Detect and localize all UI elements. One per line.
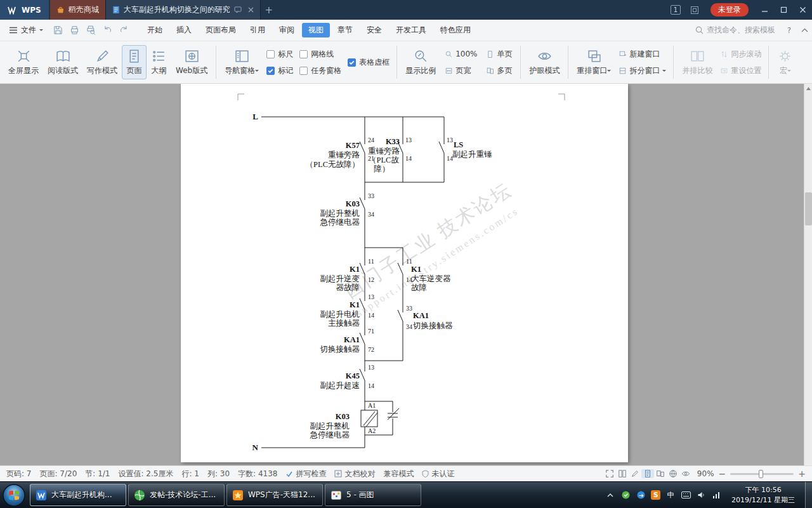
ime-language-indicator[interactable]: 中 bbox=[665, 490, 676, 500]
certification-status[interactable]: 未认证 bbox=[422, 469, 454, 479]
status-page-count[interactable]: 页面: 7/20 bbox=[40, 469, 77, 479]
k1b-label-2: 故障 bbox=[411, 283, 427, 292]
start-button[interactable] bbox=[2, 483, 26, 507]
checkbox-marks[interactable]: 标记 bbox=[266, 65, 293, 76]
multi-page-button[interactable]: 多页 bbox=[486, 65, 512, 76]
message-count-button[interactable]: 1 bbox=[666, 0, 685, 20]
print-preview-button[interactable] bbox=[82, 23, 99, 38]
taskbar-button-wps-promo[interactable]: WPS广告-天猫12... bbox=[226, 484, 323, 506]
fit-page-button[interactable] bbox=[603, 469, 616, 478]
checkbox-ruler[interactable]: 标尺 bbox=[266, 49, 293, 60]
web-mode-button[interactable] bbox=[667, 469, 679, 478]
eye-icon bbox=[537, 48, 553, 64]
ink-pen-button[interactable] bbox=[629, 469, 641, 478]
separator bbox=[396, 46, 397, 79]
titlebar-drag-area bbox=[277, 0, 666, 20]
tab-view[interactable]: 视图 bbox=[302, 23, 330, 37]
new-window-button[interactable]: 新建窗口 bbox=[619, 49, 666, 60]
checkbox-gridlines[interactable]: 网格线 bbox=[299, 49, 341, 60]
file-menu[interactable]: 文件 bbox=[0, 25, 49, 36]
compat-mode-label[interactable]: 兼容模式 bbox=[383, 469, 414, 479]
k33-pin-top: 13 bbox=[405, 137, 412, 144]
maximize-button[interactable] bbox=[774, 0, 793, 20]
tray-expand-icon[interactable] bbox=[605, 490, 615, 500]
nav-pane-button[interactable]: 导航窗格 bbox=[220, 45, 263, 79]
document-page[interactable]: 西门子工业 技术论坛 support.industry.siemens.com/… bbox=[181, 84, 628, 462]
network-icon[interactable] bbox=[711, 490, 721, 500]
columns-button[interactable] bbox=[616, 469, 629, 478]
tab-store[interactable]: 稻壳商城 bbox=[50, 0, 105, 20]
taskbar-button-paint[interactable]: 5 - 画图 bbox=[325, 484, 421, 506]
tab-security[interactable]: 安全 bbox=[360, 23, 388, 37]
taskbar-clock[interactable]: 下午 10:56 2019/12/11 星期三 bbox=[731, 485, 795, 505]
rearrange-windows-button[interactable]: 重排窗口 bbox=[572, 45, 615, 79]
proofread-button[interactable]: 文档校对 bbox=[334, 469, 375, 479]
tab-home[interactable]: 开始 bbox=[141, 23, 169, 37]
tab-insert[interactable]: 插入 bbox=[170, 23, 198, 37]
taskbar-button-browser[interactable]: 发帖-技术论坛-工... bbox=[128, 484, 225, 506]
page-view-button[interactable]: 页面 bbox=[122, 45, 147, 79]
split-window-icon bbox=[619, 67, 627, 75]
save-icon bbox=[53, 25, 63, 36]
checkbox-task-pane[interactable]: 任务窗格 bbox=[299, 65, 341, 76]
reading-layout-button[interactable]: 阅读版式 bbox=[43, 45, 82, 79]
eye-protection-button[interactable]: 护眼模式 bbox=[525, 45, 564, 79]
spell-check-button[interactable]: 拼写检查 bbox=[285, 469, 326, 479]
page-mode-button[interactable] bbox=[641, 469, 654, 478]
zoom-level[interactable]: 90% bbox=[697, 469, 714, 478]
zoom-scale-button[interactable]: 显示比例 bbox=[401, 45, 440, 79]
volume-icon[interactable] bbox=[696, 490, 706, 500]
command-search[interactable]: 查找命令、搜索模板 bbox=[695, 25, 775, 36]
tab-section[interactable]: 章节 bbox=[331, 23, 359, 37]
status-setting[interactable]: 设置值: 2.5厘米 bbox=[118, 469, 173, 479]
scroll-up-icon[interactable] bbox=[804, 84, 812, 93]
login-button[interactable]: 未登录 bbox=[710, 3, 749, 17]
zoom-100-button[interactable]: 100% bbox=[445, 49, 477, 60]
print-button[interactable] bbox=[66, 23, 82, 38]
tab-document[interactable]: 大车副起升机构切换之间的研究 bbox=[105, 0, 261, 20]
tab-page-layout[interactable]: 页面布局 bbox=[199, 23, 242, 37]
undo-button[interactable] bbox=[99, 23, 115, 38]
sogou-ime-icon[interactable]: S bbox=[651, 490, 660, 500]
apps-icon[interactable] bbox=[685, 0, 704, 20]
writing-mode-button[interactable]: 写作模式 bbox=[82, 45, 122, 79]
zoom-in-button[interactable]: + bbox=[798, 469, 806, 478]
page-width-button[interactable]: 页宽 bbox=[445, 65, 477, 76]
tab-close-icon[interactable] bbox=[248, 7, 254, 13]
help-icon[interactable]: ? bbox=[782, 26, 797, 35]
tab-review[interactable]: 审阅 bbox=[273, 23, 301, 37]
minimize-button[interactable] bbox=[755, 0, 774, 20]
checkbox-table-borders[interactable]: 表格虚框 bbox=[348, 57, 390, 68]
web-layout-button[interactable]: Web版式 bbox=[171, 45, 212, 79]
taskbar-button-wps[interactable]: 大车副起升机构... bbox=[30, 484, 126, 506]
antivirus-tray-icon[interactable] bbox=[620, 490, 631, 500]
new-tab-button[interactable]: + bbox=[261, 0, 277, 20]
zoom-slider[interactable] bbox=[730, 473, 794, 475]
zoom-slider-thumb[interactable] bbox=[759, 470, 763, 478]
close-button[interactable] bbox=[793, 0, 812, 20]
status-section[interactable]: 节: 1/1 bbox=[85, 469, 110, 479]
ime-keyboard-icon[interactable] bbox=[681, 490, 691, 500]
one-page-button[interactable]: 单页 bbox=[486, 49, 512, 60]
outline-view-button[interactable]: 大纲 bbox=[147, 45, 171, 79]
zoom-out-button[interactable]: − bbox=[719, 469, 726, 478]
redo-button[interactable] bbox=[115, 23, 132, 38]
show-desktop-button[interactable] bbox=[805, 482, 812, 508]
save-button[interactable] bbox=[49, 23, 66, 38]
split-window-button[interactable]: 拆分窗口 bbox=[619, 65, 666, 76]
multi-page-mode-button[interactable] bbox=[654, 469, 667, 478]
status-line: 行: 1 bbox=[181, 469, 199, 479]
wps-menu-button[interactable]: WPS bbox=[0, 0, 49, 20]
collapse-ribbon-icon[interactable] bbox=[797, 28, 812, 32]
tab-references[interactable]: 引用 bbox=[244, 23, 272, 37]
fullscreen-button[interactable]: 全屏显示 bbox=[4, 45, 43, 79]
status-page-number[interactable]: 页码: 7 bbox=[6, 469, 32, 479]
side-by-side-button-disabled: 并排比较 bbox=[678, 45, 717, 79]
tab-developer[interactable]: 开发工具 bbox=[390, 23, 433, 37]
cloud-tray-icon[interactable] bbox=[636, 490, 646, 500]
scrollbar-thumb[interactable] bbox=[805, 192, 812, 225]
tab-special-apps[interactable]: 特色应用 bbox=[434, 23, 477, 37]
vertical-scrollbar[interactable] bbox=[804, 84, 812, 465]
eye-protect-button[interactable] bbox=[679, 469, 692, 478]
status-word-count[interactable]: 字数: 4138 bbox=[238, 469, 277, 479]
